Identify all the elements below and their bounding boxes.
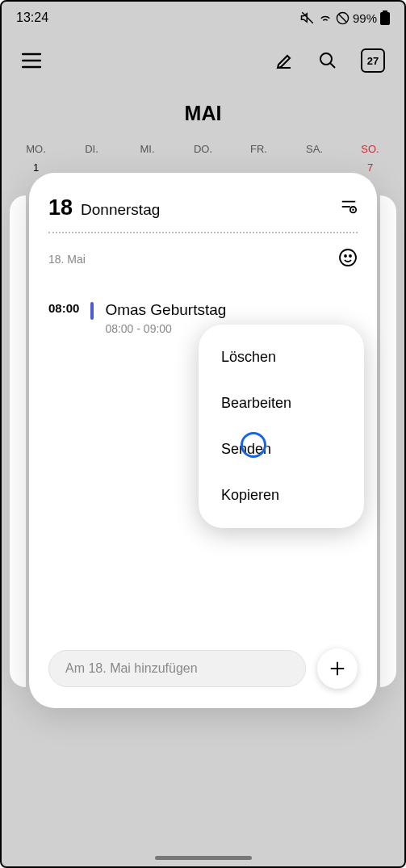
status-time: 13:24	[16, 10, 48, 25]
next-day-peek[interactable]	[380, 195, 396, 687]
status-bar: 13:24 99%	[2, 2, 404, 31]
search-button[interactable]	[317, 50, 338, 71]
add-bar: Am 18. Mai hinzufügen	[48, 648, 358, 689]
mute-icon	[300, 10, 315, 25]
day-number: 18	[48, 195, 73, 220]
highlight-ring	[241, 432, 266, 458]
status-icons: 99%	[300, 10, 390, 25]
svg-rect-2	[383, 10, 387, 12]
filter-button[interactable]	[340, 198, 358, 219]
menu-button[interactable]	[21, 50, 42, 71]
event-color-bar	[90, 302, 94, 320]
today-button[interactable]: 27	[361, 48, 385, 73]
app-header: 27	[2, 31, 404, 79]
menu-item-edit[interactable]: Bearbeiten	[199, 380, 364, 426]
weekday: MI.	[119, 140, 175, 158]
add-event-button[interactable]	[317, 648, 358, 689]
weekday: SA.	[287, 140, 342, 158]
menu-item-send[interactable]: Senden	[199, 426, 364, 472]
context-menu: Löschen Bearbeiten Senden Kopieren	[199, 325, 364, 528]
svg-line-8	[330, 63, 335, 68]
date-line-text: 18. Mai	[48, 253, 86, 266]
menu-item-delete[interactable]: Löschen	[199, 334, 364, 380]
svg-point-16	[349, 255, 351, 257]
weekday-row: MO. DI. MI. DO. FR. SA. SO.	[2, 140, 404, 158]
day-header: 18 Donnerstag	[48, 195, 358, 233]
edit-button[interactable]	[274, 50, 295, 71]
date-line: 18. Mai	[48, 233, 358, 277]
weekday: FR.	[231, 140, 287, 158]
add-placeholder: Am 18. Mai hinzufügen	[65, 661, 198, 676]
weekday: DI.	[64, 140, 119, 158]
weekday: DO.	[175, 140, 231, 158]
prev-day-peek[interactable]	[10, 195, 26, 687]
day-name: Donnerstag	[81, 201, 160, 219]
svg-point-15	[345, 255, 346, 257]
emoji-button[interactable]	[338, 248, 358, 270]
no-sim-icon	[336, 11, 349, 25]
menu-item-copy[interactable]: Kopieren	[199, 472, 364, 518]
svg-line-1	[339, 14, 347, 22]
event-time: 08:00	[48, 301, 79, 335]
wifi-icon	[318, 10, 333, 25]
home-indicator[interactable]	[155, 856, 252, 860]
add-event-input[interactable]: Am 18. Mai hinzufügen	[48, 650, 306, 687]
today-date: 27	[367, 55, 379, 67]
weekday: SO.	[342, 140, 398, 158]
svg-point-7	[320, 53, 332, 65]
battery-icon	[380, 10, 390, 25]
event-title: Omas Geburtstag	[105, 301, 358, 319]
battery-percent: 99%	[353, 11, 377, 25]
weekday: MO.	[8, 140, 64, 158]
svg-rect-3	[380, 12, 390, 25]
svg-point-14	[340, 249, 356, 266]
month-title: MAI	[2, 79, 404, 140]
